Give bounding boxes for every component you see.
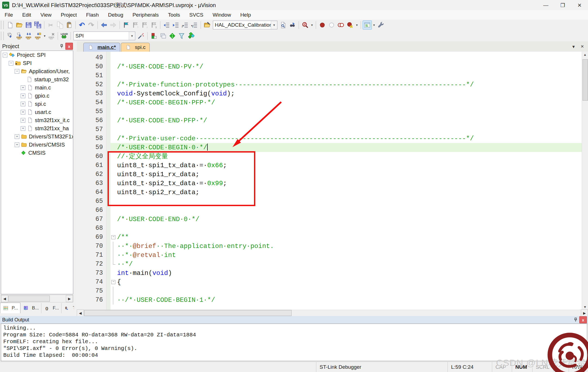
editor-vscrollbar[interactable]: ▲ ▼ — [582, 52, 588, 310]
paste-button[interactable] — [65, 20, 74, 30]
menu-file[interactable]: File — [0, 10, 18, 20]
outdent-button[interactable] — [162, 20, 171, 30]
select-components-button[interactable] — [177, 31, 186, 41]
tree-item-usart-c[interactable]: +usart.c — [1, 108, 73, 116]
code-line-51[interactable]: 51 — [77, 71, 582, 80]
scroll-down-icon[interactable]: ▼ — [582, 304, 588, 310]
code-line-59[interactable]: 59/*·USER·CODE·BEGIN·0·*/ — [77, 143, 582, 152]
panel-tab-f[interactable]: {}F... — [41, 303, 62, 313]
copy-button[interactable] — [55, 20, 65, 30]
code-line-73[interactable]: 73int·main(void) — [77, 269, 582, 278]
command-window-button[interactable] — [158, 31, 168, 41]
code-line-57[interactable]: 57 — [77, 125, 582, 134]
expand-icon[interactable]: + — [21, 110, 25, 114]
expand-icon[interactable]: + — [15, 142, 19, 147]
build-output-close-icon[interactable]: x — [579, 316, 587, 323]
manage-rte-button[interactable] — [168, 31, 177, 41]
code-line-66[interactable]: 66 — [77, 206, 582, 215]
tree-item-stm32f1xx-it-c[interactable]: +stm32f1xx_it.c — [1, 116, 73, 124]
target-combo[interactable]: SPI▼ — [74, 32, 135, 40]
target-options-button[interactable] — [136, 31, 146, 41]
code-line-56[interactable]: 56/*·USER·CODE·END·PFP·*/ — [77, 116, 582, 125]
debug-session-button[interactable] — [149, 31, 158, 41]
clean-button[interactable] — [47, 31, 56, 41]
editor-hscrollbar[interactable]: ◀ ▶ — [77, 310, 588, 316]
collapse-icon[interactable]: − — [9, 61, 13, 66]
minimize-button[interactable]: — — [537, 0, 554, 10]
collapse-icon[interactable]: − — [3, 53, 7, 57]
menu-tools[interactable]: Tools — [163, 10, 185, 20]
menu-svcs[interactable]: SVCS — [185, 10, 208, 20]
code-line-70[interactable]: 70··*·@brief··The·application·entry·poin… — [77, 242, 582, 251]
comment-button[interactable]: /* — [180, 20, 190, 30]
menu-window[interactable]: Window — [208, 10, 236, 20]
pin-icon[interactable] — [572, 317, 579, 323]
code-line-75[interactable]: 75 — [77, 287, 582, 296]
scroll-right-icon[interactable]: ▶ — [581, 309, 588, 317]
breakpoint-disable-button[interactable] — [336, 20, 345, 30]
uncomment-button[interactable]: */ — [190, 20, 199, 30]
breakpoint-kill-button[interactable] — [345, 20, 355, 30]
code-line-50[interactable]: 50/*·USER·CODE·END·PV·*/ — [77, 62, 582, 71]
restore-button[interactable]: ❐ — [554, 0, 571, 10]
tree-item-cmsis[interactable]: CMSIS — [1, 149, 73, 157]
save-all-button[interactable] — [33, 20, 42, 30]
build-button[interactable] — [15, 31, 24, 41]
fold-collapse-icon[interactable]: − — [111, 280, 115, 284]
tree-item-stm32f1xx-ha[interactable]: +stm32f1xx_ha — [1, 124, 73, 132]
tree-item-application-user-[interactable]: −Application/User, — [1, 67, 73, 75]
code-line-68[interactable]: 68 — [77, 224, 582, 233]
code-view[interactable]: 4950/*·USER·CODE·END·PV·*/5152/*·Private… — [77, 52, 588, 310]
tree-item-project-spi[interactable]: −Project: SPI — [1, 51, 73, 59]
window-dropdown[interactable]: ▾ — [372, 21, 376, 29]
fold-collapse-icon[interactable]: − — [111, 235, 115, 239]
undo-button[interactable]: ↶ — [77, 20, 87, 30]
load-button[interactable]: LOAD — [60, 31, 69, 41]
code-line-58[interactable]: 58/*·Private·user·code·-----------------… — [77, 134, 582, 143]
breakpoint-dropdown[interactable]: ▾ — [355, 21, 359, 29]
nav-forward-button[interactable] — [109, 20, 118, 30]
components-button[interactable] — [186, 31, 195, 41]
toolbar-grip[interactable] — [1, 21, 4, 29]
toolbar-grip[interactable] — [1, 32, 4, 40]
code-line-71[interactable]: 71··*·@retval·int — [77, 251, 582, 260]
tree-item-gpio-c[interactable]: +gpio.c — [1, 92, 73, 100]
batch-dropdown[interactable]: ▾ — [42, 32, 47, 40]
close-button[interactable]: ✕ — [571, 0, 588, 10]
code-line-72[interactable]: 72··*/ — [77, 260, 582, 269]
panel-tab-p[interactable]: P... — [0, 303, 20, 313]
batch-build-button[interactable] — [33, 31, 42, 41]
pin-icon[interactable] — [58, 43, 65, 49]
edit-config-button[interactable] — [203, 20, 212, 30]
tree-item-spi[interactable]: −*SPI — [1, 59, 73, 67]
code-line-74[interactable]: 74−{ — [77, 278, 582, 287]
cut-button[interactable]: ✂ — [46, 20, 55, 30]
expand-icon[interactable]: + — [15, 134, 19, 139]
indent-button[interactable] — [171, 20, 180, 30]
panel-tab-b[interactable]: ?B... — [20, 303, 41, 313]
tree-item-drivers-stm32f1x[interactable]: +Drivers/STM32F1x — [1, 132, 73, 141]
target-combo-dropdown-icon[interactable]: ▼ — [129, 32, 135, 40]
code-line-69[interactable]: 69−/** — [77, 233, 582, 242]
collapse-icon[interactable]: − — [15, 69, 19, 74]
wrench-button[interactable] — [376, 20, 385, 30]
bookmark-prev-button[interactable]: ↑ — [131, 20, 140, 30]
expand-icon[interactable]: + — [21, 126, 25, 131]
nav-back-button[interactable] — [99, 20, 109, 30]
panel-splitter[interactable] — [74, 41, 77, 316]
tree-item-spi-c[interactable]: +spi.c — [1, 100, 73, 108]
scroll-up-icon[interactable]: ▲ — [582, 52, 588, 58]
project-hscrollbar[interactable]: ◀ ▶ — [1, 295, 73, 302]
scroll-left-icon[interactable]: ◀ — [77, 309, 84, 317]
code-line-53[interactable]: 53void·SystemClock_Config(void); — [77, 89, 582, 98]
find-button[interactable]: d — [301, 20, 310, 30]
code-line-52[interactable]: 52/*·Private·function·prototypes·-------… — [77, 80, 582, 89]
tree-item-startup-stm32[interactable]: startup_stm32 — [1, 75, 73, 83]
code-line-76[interactable]: 76··/*·USER·CODE·BEGIN·1·*/ — [77, 296, 582, 305]
scroll-left-icon[interactable]: ◀ — [1, 295, 8, 302]
search-next-button[interactable] — [288, 20, 297, 30]
search-combo[interactable]: HAL_ADCEx_Calibration_S▼ — [213, 21, 277, 29]
new-file-button[interactable] — [5, 20, 15, 30]
scroll-thumb[interactable] — [84, 310, 292, 316]
scroll-thumb[interactable] — [583, 59, 588, 101]
